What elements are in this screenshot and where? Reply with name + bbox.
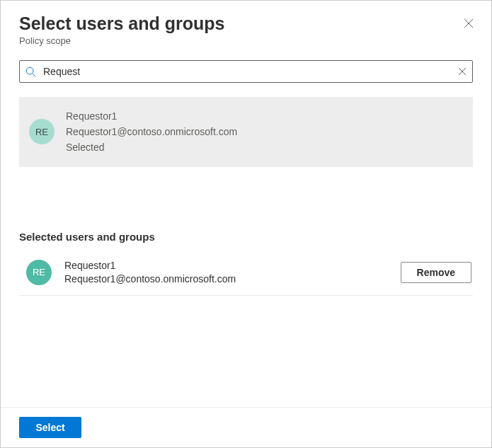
- selected-email: Requestor1@contoso.onmicrosoft.com: [64, 273, 388, 285]
- select-users-panel: Select users and groups Policy scope: [0, 0, 492, 448]
- search-box[interactable]: [19, 60, 473, 83]
- selected-text: Requestor1 Requestor1@contoso.onmicrosof…: [64, 260, 388, 285]
- selected-item: RE Requestor1 Requestor1@contoso.onmicro…: [19, 255, 473, 296]
- svg-point-2: [26, 67, 33, 74]
- search-input[interactable]: [42, 65, 452, 78]
- avatar: RE: [29, 119, 55, 144]
- panel-title: Select users and groups: [19, 13, 473, 34]
- panel-subtitle: Policy scope: [19, 35, 473, 46]
- panel-body: RE Requestor1 Requestor1@contoso.onmicro…: [1, 53, 491, 407]
- panel-footer: Select: [1, 407, 491, 447]
- svg-line-3: [33, 73, 35, 76]
- panel-header: Select users and groups Policy scope: [1, 1, 491, 53]
- close-icon: [464, 18, 474, 28]
- result-name: Requestor1: [66, 110, 237, 122]
- selected-name: Requestor1: [64, 260, 388, 271]
- search-result-item[interactable]: RE Requestor1 Requestor1@contoso.onmicro…: [19, 97, 473, 167]
- remove-button[interactable]: Remove: [401, 262, 471, 283]
- clear-search-button[interactable]: [458, 67, 467, 76]
- select-button[interactable]: Select: [19, 417, 81, 438]
- avatar: RE: [26, 260, 52, 285]
- clear-icon: [458, 67, 467, 76]
- search-icon: [25, 67, 36, 77]
- selected-heading: Selected users and groups: [19, 231, 473, 243]
- result-email: Requestor1@contoso.onmicrosoft.com: [66, 125, 237, 138]
- search-results: RE Requestor1 Requestor1@contoso.onmicro…: [19, 97, 473, 167]
- result-text: Requestor1 Requestor1@contoso.onmicrosof…: [66, 110, 237, 154]
- close-button[interactable]: [462, 16, 476, 30]
- result-status: Selected: [66, 141, 237, 154]
